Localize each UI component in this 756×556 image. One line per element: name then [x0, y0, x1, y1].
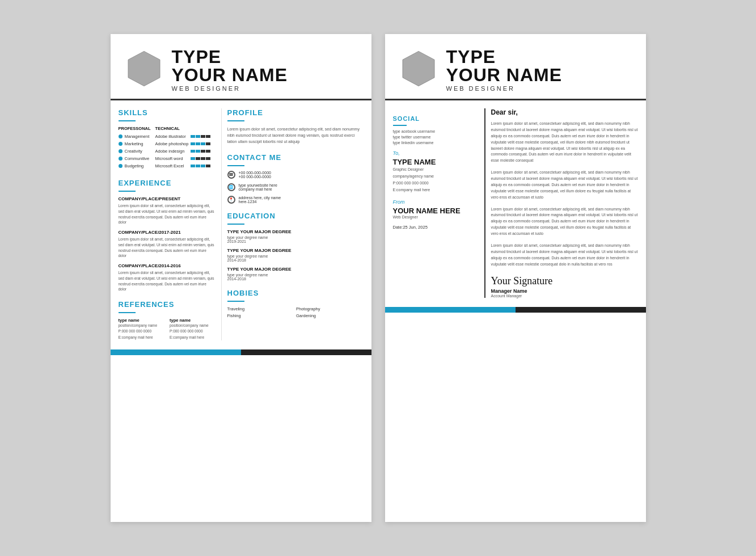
cl-avatar-hexagon [399, 49, 438, 91]
cl-from-name: YOUR NAME HERE [393, 207, 479, 215]
profile-desc: Lorem ipsum dolor sit amet, consectetur … [227, 126, 364, 145]
ref-2-email: E:company mail here [170, 335, 216, 340]
contact-phone: ☎ +00 000-000-0000 +00 000-000-0000 [227, 171, 364, 179]
contact-web-details: type yourwebsite here company mail here [239, 183, 277, 191]
cl-to-title: Graphic Designer [393, 166, 479, 173]
footer-dark-bar [241, 349, 371, 355]
cl-header: TYPE YOUR NAME WEB DESIGNER [385, 34, 646, 100]
ref-1-phone: P:000 000 000 0000 [119, 328, 164, 334]
exp-company-2: COMPANY/PLACE/2017-2021 [119, 230, 216, 235]
cl-paragraph-1: Lorem ipsum dolor sit amet, consectetuer… [491, 121, 638, 164]
social-divider [393, 125, 407, 126]
skills-columns: PROFESSONAL Management Marketing Creativ… [119, 126, 216, 171]
cl-manager-title: Account Manager [491, 294, 638, 298]
skill-word: Microsoft word [155, 156, 211, 161]
contact-address-details: address here, city name here-1234 [239, 196, 281, 204]
cl-footer-blue-bar [385, 307, 516, 313]
exp-desc-1: Lorem ipsum dolor sit amet, consectetuer… [119, 203, 216, 225]
skills-divider [119, 120, 136, 121]
social-facebook: type acebook username [393, 129, 479, 133]
cl-right-col: Dear sir, Lorem ipsum dolor sit amet, co… [484, 108, 646, 298]
edu-divider [227, 224, 244, 225]
ref-divider [119, 312, 136, 313]
education-title: EDUCATION [227, 212, 364, 220]
cl-dear: Dear sir, [491, 108, 638, 116]
ref-2: type name position/company name P:000 00… [170, 318, 216, 340]
references-title: REFERENCES [119, 300, 216, 309]
exp-company-1: COMPANY/PLACE/PRESENT [119, 196, 216, 201]
cl-from-label: From [393, 199, 479, 205]
contact-title: CONTACT ME [227, 153, 364, 162]
cl-manager-name: Manager Name [491, 288, 638, 294]
resume-footer [111, 349, 371, 355]
hobbies-grid: Traveling Photography Fishing Gardening [227, 306, 364, 318]
resume-job-title: WEB DESIGNER [172, 85, 288, 92]
cl-left-col: SOCIAL type acebook username type twitte… [385, 108, 484, 298]
cl-job-title: WEB DESIGNER [446, 85, 563, 92]
cl-paragraph-4: Lorem ipsum dolor sit amet, consectetuer… [491, 243, 638, 268]
hobby-4: Gardening [296, 313, 364, 318]
cl-header-text: TYPE YOUR NAME WEB DESIGNER [446, 48, 563, 92]
exp-desc-2: Lorem ipsum dolor sit amet, consectetuer… [119, 237, 216, 259]
technical-skills: TECHNICAL Adobe illustrator Adobe photos… [155, 126, 211, 171]
edu-degree-2: TYPE YOUR MAJOR DEGREE [227, 248, 364, 253]
skill-communitive: Communitive [119, 156, 151, 161]
cl-footer-dark-bar [516, 307, 646, 313]
contact-divider [227, 165, 244, 166]
ref-1-position: position/company name [119, 323, 164, 328]
social-twitter: type twitter username [393, 135, 479, 139]
svg-marker-0 [128, 51, 160, 86]
references-columns: type name position/company name P:000 00… [119, 318, 216, 340]
social-linkedin: type linkedin username [393, 141, 479, 145]
cl-footer [385, 307, 646, 313]
skill-marketing: Marketing [119, 141, 151, 146]
ref-2-name: type name [170, 318, 216, 323]
edu-degree-1: TYPE YOUR MAJOR DEGREE [227, 229, 364, 234]
professional-label: PROFESSONAL [119, 126, 151, 131]
contact-address: 📍 address here, city name here-1234 [227, 196, 364, 204]
hobby-1: Traveling [227, 306, 295, 311]
skill-indesign: Adobe indesign [155, 149, 211, 154]
ref-2-position: position/company name [170, 323, 216, 328]
cl-from-title: Web Designer [393, 215, 479, 219]
professional-skills: PROFESSONAL Management Marketing Creativ… [119, 126, 151, 171]
skill-creativity: Creativity [119, 149, 151, 154]
edu-school-1: type your degree name [227, 235, 364, 239]
avatar-hexagon [124, 49, 164, 91]
ref-2-phone: P:000 000 000 0000 [170, 328, 216, 334]
globe-icon: 🌐 [227, 183, 235, 191]
resume-page: TYPE YOUR NAME WEB DESIGNER SKILLS PROFE… [111, 34, 371, 522]
contact-phone-numbers: +00 000-000-0000 +00 000-000-0000 [239, 171, 271, 179]
cl-signature: Your Signature [491, 275, 638, 287]
resume-name: TYPE YOUR NAME [172, 48, 288, 84]
exp-desc-3: Lorem ipsum dolor sit amet, consectetuer… [119, 270, 216, 292]
phone-icon: ☎ [227, 171, 235, 179]
cl-body: SOCIAL type acebook username type twitte… [385, 100, 646, 298]
skill-illustrator: Adobe illustrator [155, 134, 211, 139]
edu-year-1: 2019-2021 [227, 239, 364, 243]
cover-letter-page: TYPE YOUR NAME WEB DESIGNER SOCIAL type … [385, 34, 646, 522]
contact-web: 🌐 type yourwebsite here company mail her… [227, 183, 364, 191]
exp-company-3: COMPANY/PLACE/2014-2016 [119, 263, 216, 268]
exp-divider [119, 191, 136, 192]
cl-to-label: To, [393, 150, 479, 156]
cl-to-company: company/agency name [393, 173, 479, 180]
resume-body: SKILLS PROFESSONAL Management Marketing … [111, 100, 371, 340]
cl-social-title: SOCIAL [393, 115, 479, 122]
hobby-3: Fishing [227, 313, 295, 318]
cl-to-email: E:company mail here [393, 187, 479, 193]
edu-school-3: type your degree name [227, 273, 364, 277]
profile-divider [227, 120, 244, 121]
edu-year-2: 2014-2018 [227, 258, 364, 262]
cl-paragraph-3: Lorem ipsum dolor sit amet, consectetuer… [491, 207, 638, 237]
resume-header-text: TYPE YOUR NAME WEB DESIGNER [172, 48, 288, 92]
profile-title: PROFILE [227, 108, 364, 117]
footer-blue-bar [111, 349, 241, 355]
technical-label: TECHNICAL [155, 126, 211, 131]
skill-excel: Microsoft Excel [155, 163, 211, 169]
svg-marker-1 [403, 51, 434, 86]
skills-title: SKILLS [119, 108, 216, 117]
resume-header: TYPE YOUR NAME WEB DESIGNER [111, 34, 371, 100]
cl-to-name: TYPE NAME [393, 158, 479, 166]
edu-year-3: 2014-2018 [227, 277, 364, 281]
